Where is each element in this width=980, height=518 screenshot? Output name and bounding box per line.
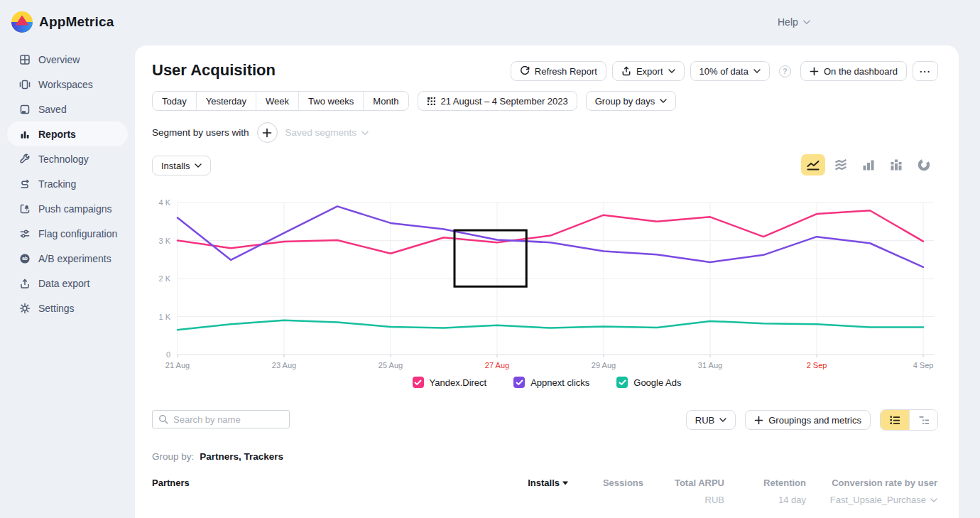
sidebar-item-flag-configuration[interactable]: Flag configuration: [7, 221, 128, 246]
add-to-dashboard-button[interactable]: On the dashboard: [800, 61, 907, 81]
chevron-down-icon: [195, 163, 202, 168]
list-view-button[interactable]: [881, 410, 909, 430]
sort-desc-icon: [562, 481, 568, 485]
group-by-days-dropdown[interactable]: Group by days: [586, 91, 677, 111]
table-right-controls: RUB Groupings and metrics: [686, 409, 938, 431]
checkbox-checked-icon: [616, 377, 628, 388]
wrench-icon: [19, 153, 31, 165]
tab-two-weeks[interactable]: Two weeks: [298, 92, 363, 110]
route-icon: [19, 178, 31, 190]
tab-week[interactable]: Week: [256, 92, 298, 110]
chart-type-switcher: [801, 154, 936, 176]
sidebar-item-label: Tracking: [38, 178, 76, 190]
tree-view-button[interactable]: [909, 410, 937, 430]
group-by-value[interactable]: Partners, Trackers: [200, 451, 283, 462]
chevron-down-icon: [753, 69, 761, 73]
chart-type-stacked-bar[interactable]: [884, 154, 908, 176]
search-input[interactable]: [173, 414, 283, 425]
sampling-dropdown[interactable]: 10% of data: [690, 61, 770, 81]
sidebar-item-label: A/B experiments: [38, 253, 111, 264]
column-installs[interactable]: Installs: [528, 477, 568, 488]
sidebar-item-saved[interactable]: Saved: [7, 97, 128, 122]
svg-text:0: 0: [166, 350, 170, 359]
search-icon: [158, 414, 168, 424]
bar-chart-icon: [861, 157, 876, 173]
chart-type-pie[interactable]: [912, 154, 936, 176]
legend-item-google-ads[interactable]: Google Ads: [616, 377, 681, 388]
sidebar-item-tracking[interactable]: Tracking: [7, 171, 128, 196]
stacked-area-icon: [833, 157, 849, 173]
search-box: [152, 410, 290, 428]
sidebar-item-workspaces[interactable]: Workspaces: [7, 72, 128, 97]
sidebar-item-label: Reports: [38, 129, 76, 140]
legend-label: Appnext clicks: [530, 377, 589, 388]
pie-chart-icon: [916, 157, 932, 173]
conversion-event-dropdown[interactable]: Fast_Upsale_Purchase: [830, 495, 937, 505]
app-name: AppMetrica: [39, 14, 114, 30]
sidebar-item-overview[interactable]: Overview: [7, 47, 128, 72]
svg-text:1 K: 1 K: [158, 313, 170, 321]
more-actions-button[interactable]: ···: [913, 61, 938, 81]
sidebar-item-data-export[interactable]: Data export: [7, 271, 128, 296]
svg-text:2 K: 2 K: [158, 274, 170, 283]
group-by-row: Group by: Partners, Trackers: [152, 451, 283, 462]
sidebar-item-technology[interactable]: Technology: [7, 146, 128, 171]
svg-text:25 Aug: 25 Aug: [379, 361, 403, 369]
ab-circle-icon: ab: [19, 253, 31, 264]
list-view-icon: [888, 413, 902, 427]
chart-canvas[interactable]: 01 K2 K3 K4 K21 Aug23 Aug25 Aug27 Aug29 …: [152, 193, 940, 375]
chevron-down-icon: [719, 418, 726, 422]
workspaces-icon: [19, 79, 31, 90]
svg-text:4 Sep: 4 Sep: [913, 361, 934, 369]
sidebar-item-push-campaigns[interactable]: Push campaigns: [7, 196, 128, 221]
legend-item-yandex-direct[interactable]: Yandex.Direct: [413, 377, 487, 388]
date-range-picker[interactable]: 21 August – 4 September 2023: [418, 91, 577, 111]
chevron-down-icon: [803, 20, 810, 24]
column-sub-label: RUB: [675, 495, 724, 505]
legend-item-appnext-clicks[interactable]: Appnext clicks: [513, 377, 589, 388]
chevron-down-icon: [361, 131, 369, 135]
app-logo[interactable]: AppMetrica: [11, 11, 114, 33]
add-segment-button[interactable]: [257, 122, 278, 143]
column-total-arpu[interactable]: Total ARPU RUB: [675, 477, 724, 505]
date-range-tabs: Today Yesterday Week Two weeks Month: [152, 91, 409, 111]
chart-type-stacked-area[interactable]: [829, 154, 853, 176]
tab-yesterday[interactable]: Yesterday: [196, 92, 256, 110]
column-sessions[interactable]: Sessions: [603, 477, 643, 488]
tab-today[interactable]: Today: [153, 92, 196, 110]
svg-text:23 Aug: 23 Aug: [272, 361, 296, 369]
export-icon: [621, 66, 631, 76]
chart-type-bar[interactable]: [856, 154, 881, 176]
date-filter-row: Today Yesterday Week Two weeks Month 21 …: [152, 91, 676, 111]
svg-text:2 Sep: 2 Sep: [807, 361, 827, 369]
sidebar-item-ab-experiments[interactable]: ab A/B experiments: [7, 246, 128, 271]
line-chart-icon: [805, 157, 821, 173]
saved-segments-dropdown[interactable]: Saved segments: [285, 127, 369, 138]
chevron-down-icon: [660, 99, 667, 103]
metric-dropdown[interactable]: Installs: [152, 156, 211, 176]
groupings-label: Groupings and metrics: [768, 415, 861, 426]
svg-text:29 Aug: 29 Aug: [592, 361, 616, 369]
help-menu[interactable]: Help: [778, 16, 810, 28]
sampling-help-icon[interactable]: ?: [779, 65, 791, 77]
tab-month[interactable]: Month: [363, 92, 408, 110]
sidebar-item-reports[interactable]: Reports: [7, 122, 128, 146]
legend-label: Yandex.Direct: [430, 377, 487, 388]
chart-type-line[interactable]: [801, 154, 825, 176]
refresh-report-button[interactable]: Refresh Report: [511, 61, 606, 81]
currency-label: RUB: [695, 415, 714, 426]
column-retention[interactable]: Retention 14 day: [763, 477, 806, 505]
column-conversion-rate[interactable]: Conversion rate by user Fast_Upsale_Purc…: [830, 477, 937, 505]
export-button[interactable]: Export: [612, 61, 685, 81]
sidebar-item-settings[interactable]: Settings: [7, 296, 128, 320]
sidebar-item-label: Workspaces: [38, 79, 93, 90]
sidebar-item-label: Push campaigns: [38, 203, 112, 215]
dashboard-label: On the dashboard: [824, 66, 898, 77]
sidebar-item-label: Saved: [38, 104, 67, 115]
svg-text:ab: ab: [22, 256, 28, 261]
groupings-and-metrics-button[interactable]: Groupings and metrics: [745, 410, 871, 430]
currency-dropdown[interactable]: RUB: [686, 410, 736, 430]
column-partners[interactable]: Partners: [152, 477, 190, 488]
sidebar-item-label: Flag configuration: [38, 228, 117, 239]
bar-chart-icon: [19, 129, 31, 140]
